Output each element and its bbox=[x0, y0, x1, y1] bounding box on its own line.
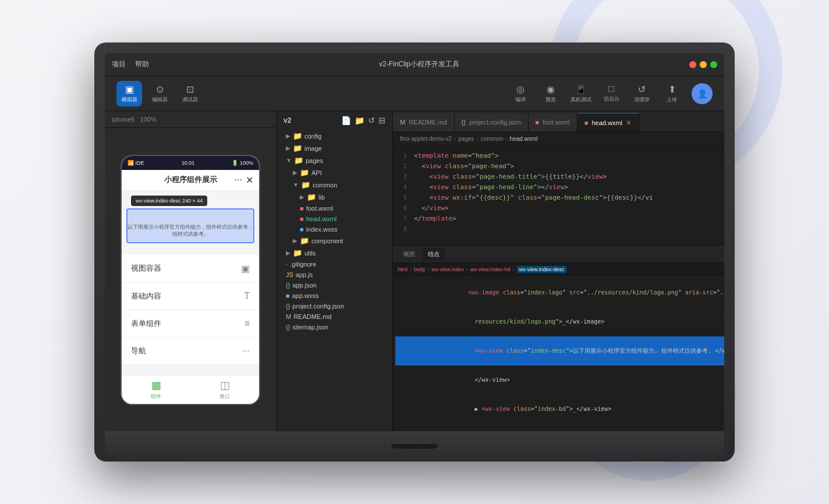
tree-file-appwxss[interactable]: ■ app.wxss bbox=[277, 290, 392, 301]
tree-folder-utils[interactable]: ▶ 📁 utils bbox=[277, 247, 392, 259]
html-line-5[interactable]: </wx-view> bbox=[395, 424, 724, 431]
code-area[interactable]: 1 <template name="head"> 2 <view class="… bbox=[393, 146, 724, 245]
list-icon-view: ▣ bbox=[241, 263, 250, 274]
minimize-button[interactable] bbox=[700, 61, 707, 68]
toolbar-left: ▣ 模拟器 ⊙ 编辑器 ⊡ 调试器 bbox=[116, 81, 203, 107]
html-line-3[interactable]: </wx-view> bbox=[395, 365, 724, 395]
tree-file-foot-wxml[interactable]: ■ foot.wxml bbox=[277, 203, 392, 214]
html-line-1[interactable]: <wx-image class="index-logo" src="../res… bbox=[395, 278, 724, 307]
tree-file-gitignore[interactable]: · .gitignore bbox=[277, 259, 392, 269]
line-num-3: 3 bbox=[395, 172, 414, 182]
expand-icon: ▼ bbox=[293, 182, 299, 188]
devtools-panel: 概图 结点 html › body › bbox=[393, 245, 724, 431]
tree-folder-lib[interactable]: ▶ 📁 lib bbox=[277, 191, 392, 203]
phone-more-dots[interactable]: ··· bbox=[235, 175, 242, 185]
tree-folder-api[interactable]: ▶ 📁 API bbox=[277, 166, 392, 179]
html-line-4[interactable]: ▶ <wx-view class="index-bd">_</wx-view> bbox=[395, 395, 724, 424]
devtools-left: html › body › wx-view.index › wx-view.in… bbox=[393, 263, 724, 431]
tree-folder-pages[interactable]: ▼ 📁 pages bbox=[277, 154, 392, 166]
upload-button[interactable]: ⬆ 上传 bbox=[661, 84, 682, 104]
clear-cache-button[interactable]: ↺ 清缓存 bbox=[631, 84, 652, 104]
tree-file-readme[interactable]: M README.md bbox=[277, 311, 392, 322]
expand-icon: ▼ bbox=[286, 157, 292, 164]
background-button[interactable]: □ 切后台 bbox=[601, 84, 622, 103]
elem-bc-body[interactable]: body bbox=[414, 267, 426, 272]
elem-bc-wxview-index[interactable]: wx-view.index bbox=[432, 267, 465, 272]
tab-interface[interactable]: ◫ 接口 bbox=[219, 379, 230, 400]
filetree-refresh-icon[interactable]: ↺ bbox=[368, 116, 375, 125]
devtools-tab-nodes[interactable]: 结点 bbox=[422, 248, 445, 261]
phone-highlight-text: 以下用展示小程序官方组件能力，组件样式仅供参考，组样式供参考。 bbox=[126, 223, 254, 238]
folder-label: utils bbox=[304, 250, 316, 257]
filetree-new-folder-icon[interactable]: 📁 bbox=[355, 116, 364, 125]
device-debug-button[interactable]: 📱 真机调试 bbox=[571, 84, 591, 104]
wxss-file-icon: ■ bbox=[286, 292, 290, 299]
devtools-tabs: 概图 结点 bbox=[393, 246, 724, 263]
tab-foot-wxml[interactable]: ■ foot.wxml bbox=[529, 113, 578, 132]
bc-sep: › bbox=[428, 267, 430, 272]
tree-folder-config[interactable]: ▶ 📁 config bbox=[277, 130, 392, 142]
elem-bc-wxview-hd[interactable]: wx-view.index-hd bbox=[470, 267, 511, 272]
tab-head-wxml[interactable]: ■ head.wxml ✕ bbox=[578, 113, 639, 132]
tree-folder-image[interactable]: ▶ 📁 image bbox=[277, 142, 392, 154]
list-item-nav[interactable]: 导航 ··· bbox=[122, 338, 259, 365]
tree-file-project-config[interactable]: {} project.config.json bbox=[277, 301, 392, 311]
tree-folder-common[interactable]: ▼ 📁 common bbox=[277, 179, 392, 191]
devtools-tab-overview[interactable]: 概图 bbox=[398, 248, 421, 261]
menu-item-help[interactable]: 帮助 bbox=[135, 59, 149, 69]
expand-icon: ▶ bbox=[293, 169, 297, 176]
tree-file-appjs[interactable]: JS app.js bbox=[277, 269, 392, 280]
tab-readme-icon: M bbox=[400, 119, 405, 126]
line-content-4: <view class="page-head-line"></view> bbox=[414, 182, 724, 193]
phone-list: 视图容器 ▣ 基础内容 T 表单组件 ≡ bbox=[122, 255, 259, 365]
line-content-2: <view class="page-head"> bbox=[414, 161, 724, 172]
json-file-icon: {} bbox=[286, 324, 290, 331]
filetree-collapse-icon[interactable]: ⊟ bbox=[378, 116, 385, 125]
code-line-5: 5 <view wx:if="{{desc}}" class="page-hea… bbox=[393, 193, 724, 203]
tree-folder-component[interactable]: ▶ 📁 component bbox=[277, 235, 392, 247]
toolbar-debugger-button[interactable]: ⊡ 调试器 bbox=[177, 81, 203, 107]
elem-bc-html[interactable]: html bbox=[398, 267, 408, 272]
list-item-view[interactable]: 视图容器 ▣ bbox=[122, 255, 259, 283]
editor-label: 编辑器 bbox=[152, 96, 168, 104]
tree-file-appjson[interactable]: {} app.json bbox=[277, 280, 392, 290]
code-line-8: 8 bbox=[393, 224, 724, 235]
md-file-icon: M bbox=[286, 313, 291, 320]
tab-interface-icon: ◫ bbox=[220, 379, 230, 392]
list-item-basic[interactable]: 基础内容 T bbox=[122, 283, 259, 310]
toolbar-editor-button[interactable]: ⊙ 编辑器 bbox=[147, 81, 172, 107]
tree-file-sitemap[interactable]: {} sitemap.json bbox=[277, 322, 392, 332]
tab-component[interactable]: ▦ 组件 bbox=[151, 379, 161, 400]
avatar[interactable]: 👤 bbox=[692, 83, 713, 104]
menu-item-project[interactable]: 项目 bbox=[112, 59, 126, 69]
tree-file-index-wxss[interactable]: ■ index.wxss bbox=[277, 224, 392, 235]
folder-icon: 📁 bbox=[294, 156, 303, 165]
compile-button[interactable]: ◎ 编译 bbox=[510, 84, 531, 104]
html-line-2[interactable]: <wx-view class="index-desc">以下用展示小程序官方组件… bbox=[395, 336, 724, 365]
tab-close-icon[interactable]: ✕ bbox=[626, 119, 632, 127]
tree-file-head-wxml[interactable]: ■ head.wxml bbox=[277, 214, 392, 224]
filetree-new-file-icon[interactable]: 📄 bbox=[341, 116, 351, 125]
toolbar-simulator-button[interactable]: ▣ 模拟器 bbox=[116, 81, 142, 107]
tab-project-config[interactable]: {} project.config.json bbox=[455, 113, 529, 132]
html-line-1b[interactable]: resources/kind/logo.png">_</wx-image> bbox=[395, 307, 724, 336]
line-num-4: 4 bbox=[395, 182, 414, 193]
preview-button[interactable]: ◉ 预览 bbox=[540, 84, 561, 104]
device-debug-icon: 📱 bbox=[575, 84, 587, 95]
line-content-8 bbox=[414, 224, 724, 235]
filetree-header: v2 📄 📁 ↺ ⊟ bbox=[277, 111, 392, 130]
file-label: app.wxss bbox=[292, 292, 319, 299]
zoom-label: 100% bbox=[140, 116, 156, 123]
line-num-2: 2 bbox=[395, 161, 414, 172]
breadcrumb-item-2: common bbox=[481, 136, 503, 142]
list-item-form[interactable]: 表单组件 ≡ bbox=[122, 310, 259, 338]
close-button[interactable] bbox=[689, 61, 696, 68]
maximize-button[interactable] bbox=[710, 61, 717, 68]
expand-icon: ▶ bbox=[286, 145, 290, 151]
bc-sep: › bbox=[466, 267, 468, 272]
toolbar: ▣ 模拟器 ⊙ 编辑器 ⊡ 调试器 ◎ 编译 bbox=[105, 76, 724, 111]
file-label: foot.wxml bbox=[306, 205, 333, 212]
elem-bc-wxview-desc[interactable]: wx-view.index-desc bbox=[517, 266, 567, 273]
phone-close-icon[interactable]: ✕ bbox=[246, 175, 253, 186]
tab-readme[interactable]: M README.md bbox=[393, 113, 455, 132]
